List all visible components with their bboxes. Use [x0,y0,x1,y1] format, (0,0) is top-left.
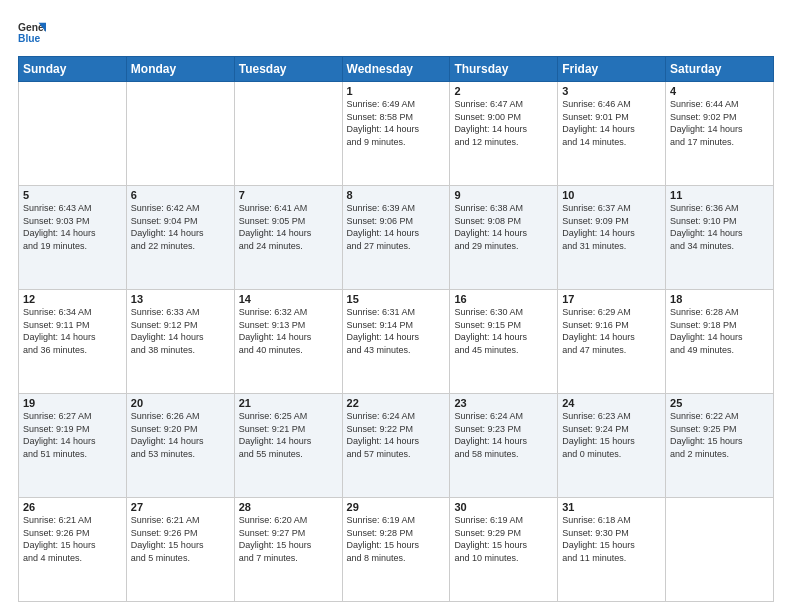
day-number: 15 [347,293,446,305]
day-number: 27 [131,501,230,513]
calendar-cell: 15Sunrise: 6:31 AM Sunset: 9:14 PM Dayli… [342,290,450,394]
weekday-header-thursday: Thursday [450,57,558,82]
day-number: 1 [347,85,446,97]
weekday-header-friday: Friday [558,57,666,82]
day-number: 31 [562,501,661,513]
day-info: Sunrise: 6:44 AM Sunset: 9:02 PM Dayligh… [670,98,769,148]
calendar-cell: 12Sunrise: 6:34 AM Sunset: 9:11 PM Dayli… [19,290,127,394]
calendar-cell: 30Sunrise: 6:19 AM Sunset: 9:29 PM Dayli… [450,498,558,602]
weekday-header-wednesday: Wednesday [342,57,450,82]
day-number: 19 [23,397,122,409]
logo: General Blue [18,18,46,46]
calendar-week-3: 19Sunrise: 6:27 AM Sunset: 9:19 PM Dayli… [19,394,774,498]
header: General Blue [18,18,774,46]
day-info: Sunrise: 6:42 AM Sunset: 9:04 PM Dayligh… [131,202,230,252]
calendar-cell: 10Sunrise: 6:37 AM Sunset: 9:09 PM Dayli… [558,186,666,290]
day-number: 18 [670,293,769,305]
day-number: 26 [23,501,122,513]
day-info: Sunrise: 6:24 AM Sunset: 9:23 PM Dayligh… [454,410,553,460]
day-info: Sunrise: 6:18 AM Sunset: 9:30 PM Dayligh… [562,514,661,564]
weekday-header-tuesday: Tuesday [234,57,342,82]
calendar-cell: 3Sunrise: 6:46 AM Sunset: 9:01 PM Daylig… [558,82,666,186]
day-number: 13 [131,293,230,305]
day-info: Sunrise: 6:33 AM Sunset: 9:12 PM Dayligh… [131,306,230,356]
calendar-cell: 19Sunrise: 6:27 AM Sunset: 9:19 PM Dayli… [19,394,127,498]
calendar-cell: 18Sunrise: 6:28 AM Sunset: 9:18 PM Dayli… [666,290,774,394]
day-info: Sunrise: 6:28 AM Sunset: 9:18 PM Dayligh… [670,306,769,356]
day-number: 3 [562,85,661,97]
day-info: Sunrise: 6:22 AM Sunset: 9:25 PM Dayligh… [670,410,769,460]
day-number: 4 [670,85,769,97]
day-number: 8 [347,189,446,201]
calendar-week-4: 26Sunrise: 6:21 AM Sunset: 9:26 PM Dayli… [19,498,774,602]
calendar-cell: 7Sunrise: 6:41 AM Sunset: 9:05 PM Daylig… [234,186,342,290]
calendar-week-1: 5Sunrise: 6:43 AM Sunset: 9:03 PM Daylig… [19,186,774,290]
calendar-cell: 17Sunrise: 6:29 AM Sunset: 9:16 PM Dayli… [558,290,666,394]
calendar-cell: 27Sunrise: 6:21 AM Sunset: 9:26 PM Dayli… [126,498,234,602]
calendar-cell [19,82,127,186]
weekday-header-saturday: Saturday [666,57,774,82]
day-info: Sunrise: 6:23 AM Sunset: 9:24 PM Dayligh… [562,410,661,460]
calendar-cell: 28Sunrise: 6:20 AM Sunset: 9:27 PM Dayli… [234,498,342,602]
day-info: Sunrise: 6:25 AM Sunset: 9:21 PM Dayligh… [239,410,338,460]
calendar-cell: 23Sunrise: 6:24 AM Sunset: 9:23 PM Dayli… [450,394,558,498]
day-number: 12 [23,293,122,305]
day-number: 17 [562,293,661,305]
day-number: 5 [23,189,122,201]
day-info: Sunrise: 6:26 AM Sunset: 9:20 PM Dayligh… [131,410,230,460]
day-info: Sunrise: 6:21 AM Sunset: 9:26 PM Dayligh… [23,514,122,564]
calendar-cell [126,82,234,186]
day-info: Sunrise: 6:41 AM Sunset: 9:05 PM Dayligh… [239,202,338,252]
day-info: Sunrise: 6:19 AM Sunset: 9:28 PM Dayligh… [347,514,446,564]
day-number: 25 [670,397,769,409]
calendar-week-0: 1Sunrise: 6:49 AM Sunset: 8:58 PM Daylig… [19,82,774,186]
day-number: 11 [670,189,769,201]
calendar-cell [666,498,774,602]
calendar-cell: 25Sunrise: 6:22 AM Sunset: 9:25 PM Dayli… [666,394,774,498]
day-info: Sunrise: 6:43 AM Sunset: 9:03 PM Dayligh… [23,202,122,252]
day-info: Sunrise: 6:36 AM Sunset: 9:10 PM Dayligh… [670,202,769,252]
calendar-cell: 1Sunrise: 6:49 AM Sunset: 8:58 PM Daylig… [342,82,450,186]
calendar-cell: 8Sunrise: 6:39 AM Sunset: 9:06 PM Daylig… [342,186,450,290]
day-info: Sunrise: 6:20 AM Sunset: 9:27 PM Dayligh… [239,514,338,564]
day-number: 24 [562,397,661,409]
day-info: Sunrise: 6:27 AM Sunset: 9:19 PM Dayligh… [23,410,122,460]
calendar-week-2: 12Sunrise: 6:34 AM Sunset: 9:11 PM Dayli… [19,290,774,394]
day-info: Sunrise: 6:31 AM Sunset: 9:14 PM Dayligh… [347,306,446,356]
weekday-header-sunday: Sunday [19,57,127,82]
day-number: 22 [347,397,446,409]
day-info: Sunrise: 6:21 AM Sunset: 9:26 PM Dayligh… [131,514,230,564]
calendar-cell: 4Sunrise: 6:44 AM Sunset: 9:02 PM Daylig… [666,82,774,186]
day-info: Sunrise: 6:30 AM Sunset: 9:15 PM Dayligh… [454,306,553,356]
day-number: 23 [454,397,553,409]
weekday-header-row: SundayMondayTuesdayWednesdayThursdayFrid… [19,57,774,82]
day-info: Sunrise: 6:19 AM Sunset: 9:29 PM Dayligh… [454,514,553,564]
calendar-cell: 13Sunrise: 6:33 AM Sunset: 9:12 PM Dayli… [126,290,234,394]
day-number: 29 [347,501,446,513]
calendar-cell: 9Sunrise: 6:38 AM Sunset: 9:08 PM Daylig… [450,186,558,290]
day-number: 21 [239,397,338,409]
day-number: 30 [454,501,553,513]
day-number: 16 [454,293,553,305]
day-number: 10 [562,189,661,201]
day-number: 9 [454,189,553,201]
calendar-cell: 11Sunrise: 6:36 AM Sunset: 9:10 PM Dayli… [666,186,774,290]
calendar-cell: 22Sunrise: 6:24 AM Sunset: 9:22 PM Dayli… [342,394,450,498]
logo-icon: General Blue [18,18,46,46]
day-info: Sunrise: 6:32 AM Sunset: 9:13 PM Dayligh… [239,306,338,356]
calendar-cell [234,82,342,186]
calendar-cell: 16Sunrise: 6:30 AM Sunset: 9:15 PM Dayli… [450,290,558,394]
day-number: 6 [131,189,230,201]
day-info: Sunrise: 6:46 AM Sunset: 9:01 PM Dayligh… [562,98,661,148]
day-info: Sunrise: 6:24 AM Sunset: 9:22 PM Dayligh… [347,410,446,460]
weekday-header-monday: Monday [126,57,234,82]
day-info: Sunrise: 6:34 AM Sunset: 9:11 PM Dayligh… [23,306,122,356]
calendar-cell: 20Sunrise: 6:26 AM Sunset: 9:20 PM Dayli… [126,394,234,498]
calendar-cell: 21Sunrise: 6:25 AM Sunset: 9:21 PM Dayli… [234,394,342,498]
day-info: Sunrise: 6:38 AM Sunset: 9:08 PM Dayligh… [454,202,553,252]
calendar-cell: 29Sunrise: 6:19 AM Sunset: 9:28 PM Dayli… [342,498,450,602]
calendar-cell: 2Sunrise: 6:47 AM Sunset: 9:00 PM Daylig… [450,82,558,186]
day-info: Sunrise: 6:47 AM Sunset: 9:00 PM Dayligh… [454,98,553,148]
calendar-cell: 24Sunrise: 6:23 AM Sunset: 9:24 PM Dayli… [558,394,666,498]
calendar-cell: 6Sunrise: 6:42 AM Sunset: 9:04 PM Daylig… [126,186,234,290]
